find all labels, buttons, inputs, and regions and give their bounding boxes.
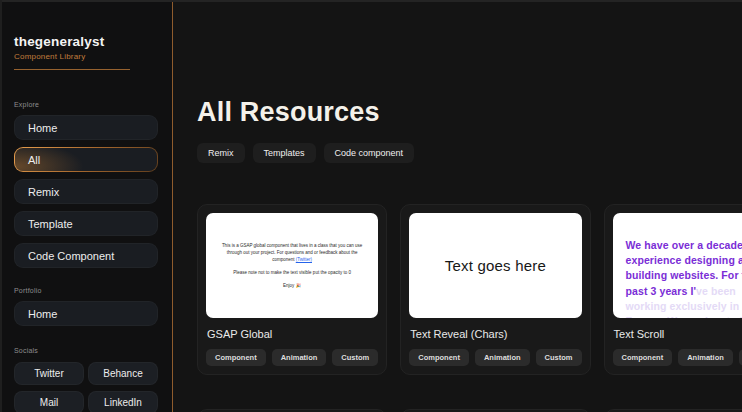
tag-animation: Animation — [272, 349, 327, 366]
note-body: This is a GSAP global component that liv… — [222, 243, 363, 262]
tag-row: Component Animation Custom — [613, 349, 742, 366]
filter-remix[interactable]: Remix — [197, 143, 245, 163]
preview-text: Text goes here — [445, 257, 546, 274]
tag-component: Component — [206, 349, 266, 366]
tag-animation: Animation — [678, 349, 733, 366]
note-paragraph: Enjoy 🎉 — [222, 282, 363, 289]
resource-card-gsap-global[interactable]: This is a GSAP global component that liv… — [197, 204, 387, 375]
sidebar-item-portfolio-home[interactable]: Home — [14, 301, 158, 326]
social-button-twitter[interactable]: Twitter — [14, 362, 84, 385]
logo-title: thegeneralyst — [14, 34, 130, 49]
sidebar-item-all[interactable]: All — [14, 147, 158, 172]
window-left-border — [0, 0, 2, 412]
rich-text: We have over a decade of experience desi… — [613, 213, 742, 318]
sidebar-item-remix[interactable]: Remix — [14, 179, 158, 204]
sidebar: thegeneralyst Component Library Explore … — [0, 0, 173, 412]
sidebar-item-label: Code Component — [28, 250, 114, 262]
card-title: Text Reveal (Chars) — [410, 328, 580, 340]
page-title: All Resources — [197, 97, 719, 128]
sidebar-item-template[interactable]: Template — [14, 211, 158, 236]
tag-row: Component Animation Custom — [206, 349, 378, 366]
note-paragraph: This is a GSAP global component that liv… — [222, 242, 363, 264]
note-paragraph: Please note not to make the text visible… — [222, 269, 363, 276]
social-button-linkedin[interactable]: LinkedIn — [88, 391, 158, 412]
card-title: GSAP Global — [207, 328, 377, 340]
section-label-explore: Explore — [14, 101, 158, 108]
filter-bar: Remix Templates Code component — [197, 143, 719, 163]
tag-component: Component — [409, 349, 469, 366]
card-preview-note: This is a GSAP global component that liv… — [206, 213, 378, 318]
resource-card-text-reveal[interactable]: Text goes here Text Reveal (Chars) Compo… — [400, 204, 590, 375]
sidebar-item-label: Template — [28, 218, 73, 230]
social-button-behance[interactable]: Behance — [88, 362, 158, 385]
resource-card-text-scroll[interactable]: We have over a decade of experience desi… — [604, 204, 742, 375]
section-label-socials: Socials — [14, 347, 158, 354]
sidebar-item-label: Home — [28, 308, 57, 320]
twitter-link[interactable]: (Twitter) — [296, 257, 312, 262]
section-label-portfolio: Portfolio — [14, 287, 158, 294]
sidebar-item-code-component[interactable]: Code Component — [14, 243, 158, 268]
tag-animation: Animation — [475, 349, 530, 366]
main-content: All Resources Remix Templates Code compo… — [174, 0, 742, 412]
sidebar-item-home[interactable]: Home — [14, 115, 158, 140]
sidebar-item-label: All — [28, 154, 40, 166]
tag-custom: Custom — [332, 349, 378, 366]
card-preview-center-text: Text goes here — [409, 213, 581, 318]
tag-row: Component Animation Custom — [409, 349, 581, 366]
social-button-mail[interactable]: Mail — [14, 391, 84, 412]
sidebar-item-label: Remix — [28, 186, 59, 198]
resource-grid: This is a GSAP global component that liv… — [197, 204, 719, 412]
card-title: Text Scroll — [614, 328, 742, 340]
window-top-border — [0, 0, 742, 2]
logo: thegeneralyst Component Library — [14, 34, 130, 70]
note-text: This is a GSAP global component that liv… — [222, 242, 363, 290]
tag-component: Component — [613, 349, 673, 366]
socials-grid: Twitter Behance Mail LinkedIn — [14, 362, 158, 412]
sidebar-item-label: Home — [28, 122, 57, 134]
tag-custom: Custom — [536, 349, 582, 366]
logo-subtitle: Component Library — [14, 52, 130, 61]
filter-code-component[interactable]: Code component — [324, 143, 415, 163]
filter-templates[interactable]: Templates — [253, 143, 316, 163]
card-preview-rich-text: We have over a decade of experience desi… — [613, 213, 742, 318]
